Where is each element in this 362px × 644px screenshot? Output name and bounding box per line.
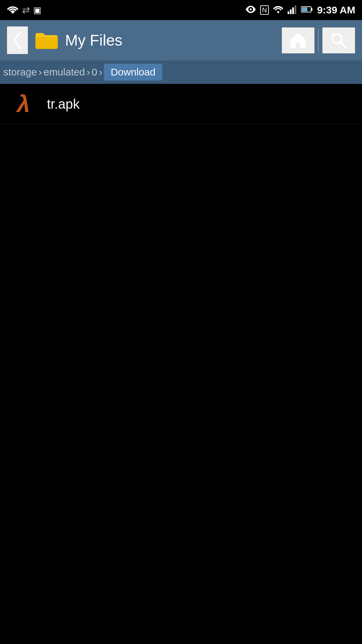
file-item-trapk[interactable]: λ tr.apk: [0, 84, 362, 124]
breadcrumb-storage[interactable]: storage: [3, 66, 37, 78]
svg-line-10: [340, 42, 346, 48]
eye-icon: [245, 6, 256, 14]
status-time: 9:39 AM: [317, 4, 355, 16]
app-bar: My Files: [0, 20, 362, 60]
apk-icon: λ: [10, 91, 37, 117]
nfc-icon: N: [260, 5, 269, 15]
wifi-icon: [7, 4, 19, 16]
lambda-symbol: λ: [17, 92, 30, 116]
svg-point-0: [250, 8, 252, 10]
breadcrumb-bar: storage › emulated › 0 › Download: [0, 60, 362, 84]
home-button[interactable]: [282, 27, 315, 54]
breadcrumb-emulated[interactable]: emulated: [44, 66, 85, 78]
back-button[interactable]: [7, 26, 28, 54]
content-area: λ tr.apk: [0, 84, 362, 644]
svg-rect-8: [302, 7, 307, 11]
breadcrumb-arrow-1: ›: [39, 66, 42, 78]
divider: [318, 29, 319, 52]
battery-icon: [301, 6, 313, 14]
svg-rect-3: [290, 9, 292, 14]
breadcrumb-arrow-3: ›: [99, 66, 102, 78]
status-bar-left: ⇄ ▣: [7, 4, 42, 16]
folder-icon: [35, 30, 58, 50]
network-icon: ⇄: [22, 5, 30, 16]
media-icon: ▣: [33, 5, 42, 15]
svg-rect-5: [295, 5, 296, 14]
svg-rect-4: [292, 7, 294, 14]
file-list: λ tr.apk: [0, 84, 362, 124]
file-name-trapk: tr.apk: [47, 97, 80, 112]
wifi-icon-2: [273, 5, 284, 15]
app-bar-actions: [282, 27, 355, 54]
svg-point-1: [277, 11, 279, 13]
status-bar: ⇄ ▣ N: [0, 0, 362, 20]
signal-icon: [288, 5, 297, 15]
svg-rect-7: [311, 8, 312, 11]
svg-rect-2: [288, 11, 289, 14]
status-bar-right: N 9:39 AM: [245, 4, 355, 16]
breadcrumb-0[interactable]: 0: [92, 66, 98, 78]
search-button[interactable]: [322, 27, 355, 54]
app-title: My Files: [65, 31, 275, 49]
breadcrumb-download[interactable]: Download: [104, 64, 162, 80]
breadcrumb-arrow-2: ›: [87, 66, 90, 78]
